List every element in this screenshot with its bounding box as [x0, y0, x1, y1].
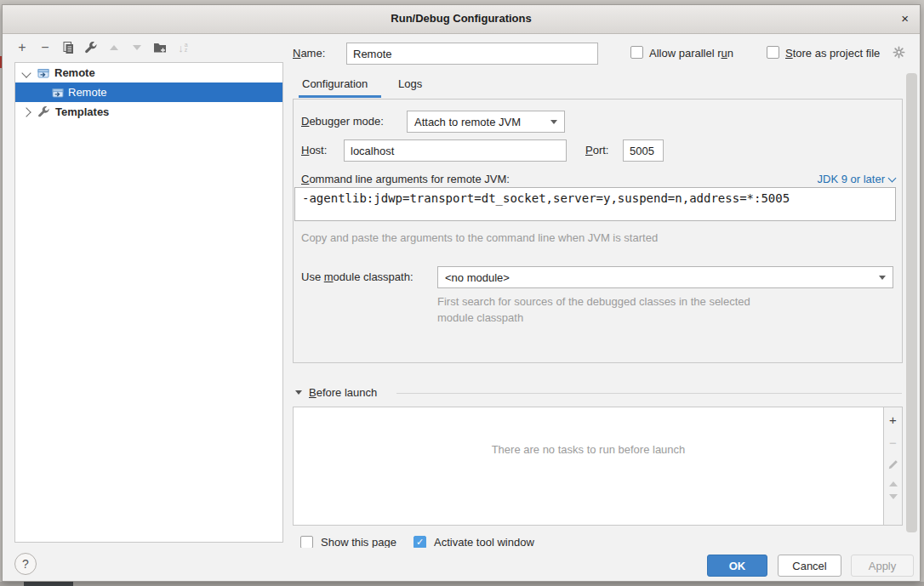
debugger-mode-select[interactable]: Attach to remote JVM	[407, 111, 565, 133]
label-mnemonic: D	[301, 115, 309, 128]
configuration-panel: Debugger mode: Attach to remote JVM Host…	[293, 99, 903, 363]
allow-parallel-run-checkbox[interactable]	[630, 46, 643, 59]
vertical-scrollbar[interactable]	[906, 73, 917, 532]
show-this-page-label: Show this page	[321, 536, 396, 548]
footer-options-row: Show this page ✓ Activate tool window	[293, 535, 903, 548]
chevron-down-icon	[888, 174, 897, 183]
name-input[interactable]: Remote	[346, 43, 598, 65]
dropdown-arrow-icon	[879, 276, 886, 280]
cmdline-hint: Copy and paste the arguments to the comm…	[301, 231, 658, 244]
screen: Run/Debug Configurations × + −	[0, 0, 924, 586]
module-classpath-value: <no module>	[445, 271, 510, 284]
minus-icon: −	[41, 41, 48, 54]
plus-icon: +	[18, 41, 26, 54]
show-this-page-checkbox[interactable]	[300, 536, 313, 548]
cmdline-textarea[interactable]: -agentlib:jdwp=transport=dt_socket,serve…	[294, 187, 896, 221]
add-task-button[interactable]: +	[889, 412, 897, 428]
label-post: ebugger mode:	[309, 115, 383, 128]
label-post: efore launch	[317, 386, 378, 399]
apply-button[interactable]: Apply	[851, 555, 914, 577]
configurations-toolbar: + −	[13, 39, 192, 56]
host-value: localhost	[351, 145, 394, 157]
label-mnemonic: C	[301, 173, 309, 185]
move-down-button[interactable]	[128, 39, 146, 56]
label-mnemonic: u	[722, 47, 727, 60]
tree-item-remote-selected[interactable]: Remote	[15, 82, 282, 102]
sort-arrow: ↓	[178, 42, 184, 54]
copy-configuration-button[interactable]	[59, 39, 77, 56]
label-mnemonic: S	[785, 47, 793, 60]
store-settings-gear-button[interactable]	[893, 46, 905, 62]
empty-list-text: There are no tasks to run before launch	[294, 443, 883, 456]
tree-item-remote-group[interactable]: Remote	[15, 63, 282, 82]
dialog-title: Run/Debug Configurations	[3, 12, 920, 25]
name-label: Name:	[293, 47, 325, 60]
label-pre: Use	[301, 270, 324, 283]
section-separator	[396, 393, 902, 394]
chevron-down-icon	[21, 68, 31, 77]
module-classpath-label: Use module classpath:	[301, 270, 414, 283]
move-up-button[interactable]	[105, 39, 123, 56]
tree-item-templates[interactable]: Templates	[15, 102, 282, 122]
before-launch-list: There are no tasks to run before launch …	[293, 407, 903, 526]
backdrop-bottom-dark-block	[24, 582, 73, 586]
create-folder-button[interactable]	[151, 39, 169, 56]
before-launch-toolbar: + −	[884, 407, 902, 525]
store-as-project-file-label: Store as project file	[785, 47, 880, 60]
move-task-down-button[interactable]	[889, 494, 898, 499]
question-mark-icon: ?	[22, 557, 29, 571]
activate-tool-window-label: Activate tool window	[434, 536, 534, 548]
before-launch-title: Before launch	[309, 386, 377, 399]
dialog-titlebar[interactable]: Run/Debug Configurations ×	[3, 5, 920, 34]
store-as-project-file-checkbox[interactable]	[767, 46, 779, 59]
dialog-body: + −	[3, 34, 920, 581]
tab-logs[interactable]: Logs	[398, 77, 422, 90]
label-mnemonic: P	[585, 144, 593, 156]
check-icon: ✓	[416, 537, 424, 547]
port-value: 5005	[630, 145, 654, 157]
gear-icon	[893, 46, 905, 59]
cmdline-label: Command line arguments for remote JVM:	[301, 173, 510, 185]
dropdown-arrow-icon	[550, 120, 557, 124]
add-configuration-button[interactable]: +	[13, 39, 31, 56]
help-button[interactable]: ?	[14, 553, 37, 575]
edit-task-button[interactable]	[887, 458, 899, 474]
configurations-tree: Remote Remote Templates	[14, 62, 283, 543]
host-input[interactable]: localhost	[344, 139, 567, 162]
arrow-up-icon	[889, 481, 898, 486]
ok-button[interactable]: OK	[707, 555, 767, 577]
run-debug-configurations-dialog: Run/Debug Configurations × + −	[2, 4, 921, 582]
sort-letter-z: z	[185, 48, 188, 53]
module-classpath-select[interactable]: <no module>	[437, 266, 893, 288]
label-post: n	[727, 47, 733, 60]
before-launch-empty-area[interactable]: There are no tasks to run before launch	[294, 407, 884, 525]
jdk-version-selector[interactable]: JDK 9 or later	[818, 173, 895, 185]
label-post: odule classpath:	[334, 270, 414, 283]
copy-icon	[61, 41, 75, 54]
label-post: ame:	[300, 47, 325, 60]
tree-item-label: Remote	[54, 66, 95, 79]
sort-az-icon: ↓ az	[178, 42, 187, 54]
label-mnemonic: B	[309, 386, 317, 399]
activate-tool-window-checkbox[interactable]: ✓	[414, 536, 426, 548]
cancel-button[interactable]: Cancel	[778, 555, 841, 577]
remove-configuration-button[interactable]: −	[36, 39, 54, 56]
label-post: ost:	[309, 144, 327, 156]
module-hint-line2: module classpath	[437, 311, 523, 324]
wrench-icon	[84, 41, 98, 54]
sort-configurations-button[interactable]: ↓ az	[174, 39, 192, 56]
tab-configuration[interactable]: Configuration	[302, 77, 368, 90]
edit-templates-button[interactable]	[82, 39, 100, 56]
label-post: ommand line arguments for remote JVM:	[309, 173, 510, 185]
port-input[interactable]: 5005	[623, 139, 664, 162]
jdk-version-label: JDK 9 or later	[818, 173, 885, 185]
remove-task-button[interactable]: −	[889, 435, 897, 451]
before-launch-collapse-toggle[interactable]	[295, 390, 302, 395]
remote-config-icon	[37, 66, 50, 80]
move-task-up-button[interactable]	[889, 481, 898, 486]
label-mnemonic: m	[324, 270, 334, 283]
label-pre: Allow parallel r	[649, 47, 722, 60]
new-folder-icon	[153, 41, 167, 54]
close-icon[interactable]: ×	[901, 11, 909, 26]
arrow-down-icon	[889, 494, 898, 499]
